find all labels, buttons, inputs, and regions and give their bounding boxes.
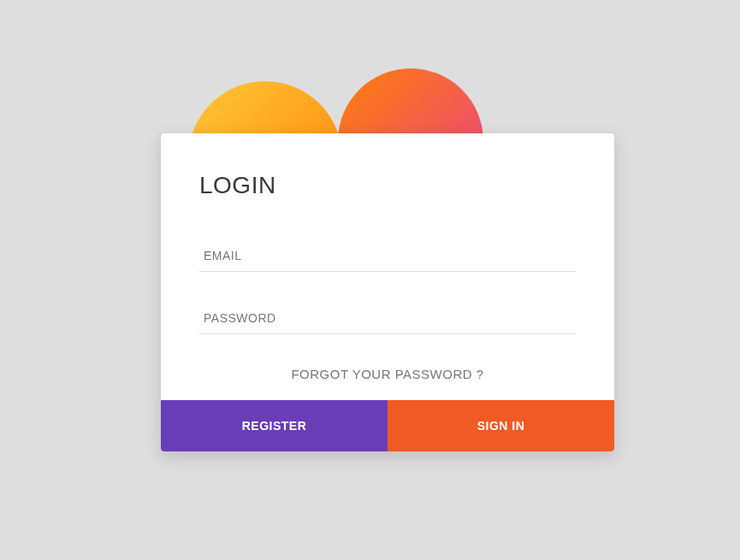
- email-field[interactable]: [199, 242, 576, 272]
- login-card: LOGIN FORGOT YOUR PASSWORD ? REGISTER SI…: [161, 133, 614, 451]
- signin-button[interactable]: SIGN IN: [388, 400, 614, 451]
- password-field[interactable]: [199, 304, 576, 334]
- forgot-password-link[interactable]: FORGOT YOUR PASSWORD ?: [199, 367, 576, 381]
- email-field-wrapper: [199, 242, 576, 272]
- login-card-body: LOGIN FORGOT YOUR PASSWORD ?: [161, 133, 614, 400]
- login-buttons: REGISTER SIGN IN: [161, 400, 614, 451]
- password-field-wrapper: [199, 304, 576, 334]
- login-title: LOGIN: [199, 172, 576, 199]
- register-button[interactable]: REGISTER: [161, 400, 388, 451]
